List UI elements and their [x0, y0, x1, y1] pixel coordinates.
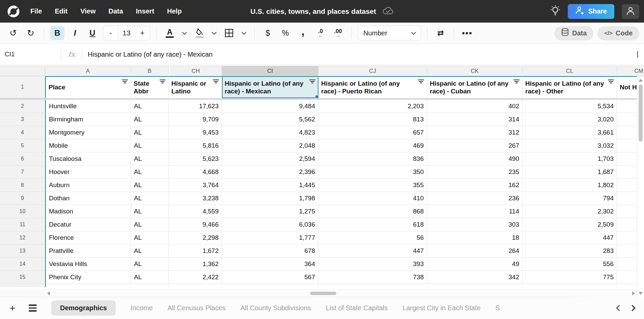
scroll-right-icon[interactable]	[632, 291, 635, 295]
cell-A16[interactable]: Alabaster	[45, 284, 131, 287]
cell-CI12[interactable]: 1,777	[222, 231, 318, 244]
cell-CJ14[interactable]: 393	[318, 258, 427, 271]
cell-CH10[interactable]: 4,559	[169, 205, 222, 218]
cell-CI10[interactable]: 1,275	[222, 205, 318, 218]
row-number-7[interactable]: 7	[0, 166, 45, 179]
vertical-scroll-thumb[interactable]	[639, 84, 643, 142]
cell-CK12[interactable]: 18	[427, 231, 523, 244]
row-number-15[interactable]: 15	[0, 271, 45, 284]
sheet-tab-all-county-subdivisions[interactable]: All County Subdivisions	[241, 304, 311, 312]
cell-CH9[interactable]: 3,238	[169, 192, 222, 205]
row-number-2[interactable]: 2	[0, 100, 45, 113]
column-letter-A[interactable]: A	[45, 66, 131, 76]
cell-CI2[interactable]: 9,484	[222, 100, 318, 113]
sheet-tab-all-cenusus-places[interactable]: All Cenusus Places	[168, 304, 226, 312]
row-number-1[interactable]: 1	[0, 76, 45, 98]
cell-CI7[interactable]: 2,396	[222, 166, 318, 179]
swap-arrows-icon[interactable]: ⇄	[433, 26, 448, 40]
cell-CK14[interactable]: 49	[427, 258, 523, 271]
cell-CL7[interactable]: 1,687	[523, 166, 617, 179]
header-cell-CJ1[interactable]: Hispanic or Latino (of any race) - Puert…	[318, 76, 427, 98]
filter-icon[interactable]	[309, 80, 315, 84]
column-letter-CL[interactable]: CL	[523, 66, 617, 76]
row-number-5[interactable]: 5	[0, 139, 45, 152]
scroll-down-icon[interactable]	[639, 292, 643, 295]
cell-CK8[interactable]: 162	[427, 179, 523, 192]
filter-icon[interactable]	[213, 80, 219, 84]
cell-CK13[interactable]: 264	[427, 244, 523, 258]
underline-button[interactable]: U	[85, 26, 100, 40]
formula-input[interactable]: Hispanic or Latino (of any race) - Mexic…	[82, 51, 637, 58]
cell-CJ13[interactable]: 447	[318, 244, 427, 258]
cell-CL14[interactable]: 556	[523, 258, 617, 271]
decrease-decimal-button[interactable]: .0←	[313, 26, 328, 40]
cell-CL8[interactable]: 1,802	[523, 179, 617, 192]
cell-CI16[interactable]: 1,638	[222, 284, 318, 287]
menu-item-file[interactable]: File	[30, 7, 42, 15]
cell-B10[interactable]: AL	[131, 205, 169, 218]
text-color-button[interactable]: A	[163, 26, 177, 40]
cell-CH14[interactable]: 1,362	[169, 258, 222, 271]
cell-CJ5[interactable]: 469	[318, 139, 427, 152]
cell-CJ11[interactable]: 618	[318, 218, 427, 231]
increase-decimal-button[interactable]: .00→	[331, 26, 345, 40]
more-options-button[interactable]: •••	[460, 26, 474, 40]
cell-A10[interactable]: Madison	[45, 205, 131, 218]
filter-icon[interactable]	[608, 80, 614, 84]
cell-A5[interactable]: Mobile	[45, 139, 131, 152]
share-button[interactable]: Share	[568, 4, 614, 19]
fill-color-dropdown-icon[interactable]	[210, 26, 219, 40]
cell-A8[interactable]: Auburn	[45, 179, 131, 192]
cell-CL11[interactable]: 2,509	[523, 218, 617, 231]
cell-CH2[interactable]: 17,623	[169, 100, 222, 113]
header-cell-CH1[interactable]: Hispanic or Latino	[169, 76, 222, 98]
row-number-4[interactable]: 4	[0, 126, 45, 139]
cell-CI9[interactable]: 1,798	[222, 192, 318, 205]
tabs-scroll-left-icon[interactable]	[616, 305, 622, 311]
row-number-14[interactable]: 14	[0, 258, 45, 271]
cell-CJ8[interactable]: 355	[318, 179, 427, 192]
cell-B9[interactable]: AL	[131, 192, 169, 205]
cell-CL13[interactable]: 283	[523, 244, 617, 258]
cell-B7[interactable]: AL	[131, 166, 169, 179]
column-letter-CI[interactable]: CI	[222, 66, 318, 76]
column-letter-CM[interactable]: CM	[617, 66, 644, 76]
cell-B3[interactable]: AL	[131, 113, 169, 126]
cell-CL4[interactable]: 3,661	[523, 126, 617, 139]
cell-CH11[interactable]: 9,466	[169, 218, 222, 231]
row-number-10[interactable]: 10	[0, 205, 45, 218]
cell-CL12[interactable]: 447	[523, 231, 617, 244]
cell-CL16[interactable]: 1,552	[523, 284, 617, 287]
menu-item-edit[interactable]: Edit	[55, 7, 67, 15]
row-number-6[interactable]: 6	[0, 152, 45, 166]
cell-CI15[interactable]: 567	[222, 271, 318, 284]
cell-B13[interactable]: AL	[131, 244, 169, 258]
filter-icon[interactable]	[122, 80, 128, 84]
cell-CH12[interactable]: 2,298	[169, 231, 222, 244]
borders-button[interactable]	[222, 26, 236, 40]
row-number-8[interactable]: 8	[0, 179, 45, 192]
sheet-tab-largest-city-in-each-state[interactable]: Largest City in Each State	[402, 304, 480, 312]
header-cell-A1[interactable]: Place	[45, 76, 131, 98]
sheet-tab-demographics[interactable]: Demographics	[51, 300, 116, 316]
filter-icon[interactable]	[513, 80, 520, 84]
row-number-3[interactable]: 3	[0, 113, 45, 126]
cell-B12[interactable]: AL	[131, 231, 169, 244]
text-color-dropdown-icon[interactable]	[180, 26, 189, 40]
cell-CK9[interactable]: 236	[427, 192, 523, 205]
header-cell-CI1[interactable]: Hispanic or Latino (of any race) - Mexic…	[222, 76, 318, 98]
cell-B8[interactable]: AL	[131, 179, 169, 192]
fill-color-button[interactable]	[192, 26, 206, 40]
column-letter-B[interactable]: B	[131, 66, 169, 76]
cell-B15[interactable]: AL	[131, 271, 169, 284]
scroll-left-icon[interactable]	[47, 291, 50, 295]
cell-CH6[interactable]: 5,623	[169, 152, 222, 166]
cell-CH5[interactable]: 5,816	[169, 139, 222, 152]
cell-CK2[interactable]: 402	[427, 100, 523, 113]
cell-CJ16[interactable]: 44	[318, 284, 427, 287]
row-number-9[interactable]: 9	[0, 192, 45, 205]
horizontal-scroll-thumb[interactable]	[310, 292, 336, 295]
cell-CJ15[interactable]: 738	[318, 271, 427, 284]
document-title[interactable]: U.S. cities, towns, and places dataset	[250, 7, 376, 16]
cell-A13[interactable]: Prattville	[45, 244, 131, 258]
